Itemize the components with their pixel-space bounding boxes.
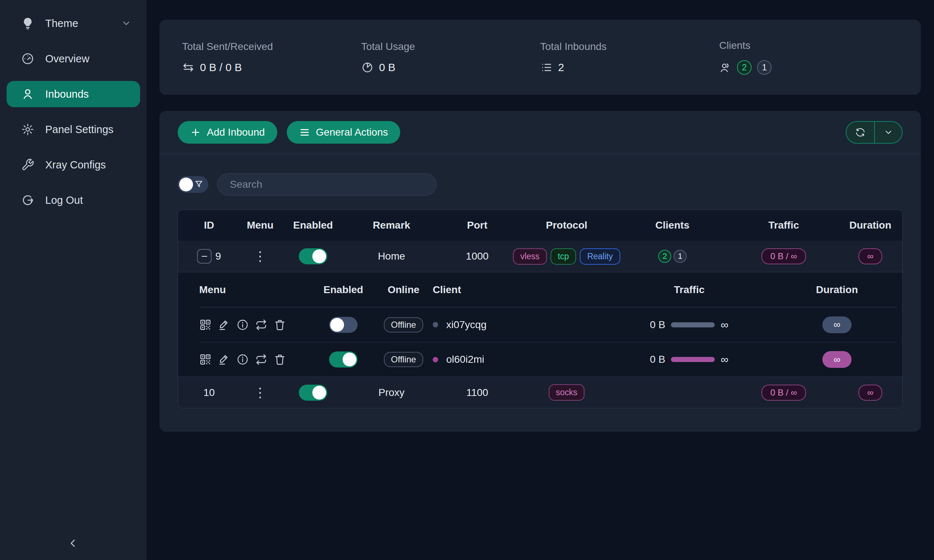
sidebar-collapse-button[interactable] [61, 532, 85, 554]
trash-icon[interactable] [274, 318, 286, 331]
info-icon[interactable] [236, 353, 249, 366]
filter-funnel-icon [194, 180, 203, 189]
column-header-enabled: Enabled [280, 220, 346, 231]
client-color-dot [433, 322, 438, 328]
qr-code-icon[interactable] [199, 318, 212, 331]
client-row: Offline ol60i2mi 0 B ∞ ∞ [199, 342, 897, 377]
filter-toggle[interactable] [178, 176, 208, 193]
table-header-row: ID Menu Enabled Remark Port Protocol Cli… [178, 210, 902, 241]
sidebar-item-panel-settings[interactable]: Panel Settings [6, 116, 140, 143]
row-menu-button[interactable]: ⋮ [254, 386, 267, 399]
subcolumn-header-duration: Duration [777, 284, 897, 296]
gear-icon [21, 123, 34, 136]
traffic-progress-bar [671, 357, 715, 362]
sidebar-item-inbounds[interactable]: Inbounds [6, 81, 140, 107]
row-id: 10 [203, 387, 214, 398]
column-header-duration: Duration [838, 220, 902, 231]
client-row: Offline xi07ycqg 0 B ∞ ∞ [199, 307, 897, 342]
refresh-icon [855, 127, 866, 138]
stat-value: 0 B / 0 B [200, 61, 242, 74]
column-header-port: Port [437, 220, 517, 231]
client-traffic-used: 0 B [650, 319, 665, 331]
row-menu-button[interactable]: ⋮ [254, 250, 267, 263]
row-duration-pill: ∞ [858, 385, 882, 401]
gauge-icon [21, 52, 34, 65]
trash-icon[interactable] [274, 353, 286, 366]
edit-pencil-icon[interactable] [218, 318, 230, 331]
column-header-menu: Menu [240, 220, 280, 231]
subcolumn-header-online: Online [375, 284, 433, 296]
sidebar-item-xray-configs[interactable]: Xray Configs [6, 152, 140, 178]
sidebar-item-overview[interactable]: Overview [6, 46, 140, 72]
table-row: 10 ⋮ Proxy 1100 socks 0 B / ∞ ∞ [178, 377, 902, 408]
reset-traffic-icon[interactable] [255, 353, 267, 366]
sidebar-item-label: Panel Settings [45, 124, 114, 135]
stat-label: Total Sent/Received [182, 41, 361, 52]
clients-online-badge: 2 [737, 60, 752, 75]
protocol-tag: vless [513, 248, 547, 265]
sidebar-item-logout[interactable]: Log Out [6, 187, 140, 213]
chevron-down-icon [121, 18, 131, 28]
client-enabled-toggle[interactable] [329, 351, 358, 368]
protocol-tag: Reality [580, 248, 620, 265]
lightbulb-icon [21, 17, 34, 30]
stat-total-usage: Total Usage 0 B [361, 41, 540, 74]
client-name: ol60i2mi [446, 354, 484, 365]
row-enabled-toggle[interactable] [299, 385, 327, 401]
info-icon[interactable] [236, 318, 249, 331]
table-row: − 9 ⋮ Home 1000 vless tcp Reality 2 [178, 241, 902, 272]
clients-subpanel: Menu Enabled Online Client Traffic Durat… [178, 272, 902, 377]
client-duration-pill: ∞ [822, 317, 852, 333]
row-traffic-pill: 0 B / ∞ [761, 248, 806, 264]
traffic-progress-bar [671, 322, 715, 328]
row-port: 1100 [437, 387, 517, 398]
plus-icon [190, 127, 201, 138]
user-icon [21, 88, 34, 101]
client-color-dot [433, 357, 438, 362]
row-remark: Proxy [346, 387, 437, 398]
column-header-remark: Remark [346, 220, 437, 231]
main-content: Total Sent/Received 0 B / 0 B Total Usag… [146, 0, 934, 560]
chevron-down-icon [884, 128, 893, 137]
qr-code-icon[interactable] [199, 353, 212, 366]
client-online-status: Offline [384, 317, 424, 332]
row-remark: Home [346, 251, 437, 262]
client-traffic-used: 0 B [650, 354, 665, 365]
pie-chart-icon [361, 61, 374, 74]
sidebar-item-label: Inbounds [45, 88, 89, 100]
row-collapse-button[interactable]: − [197, 249, 212, 264]
stat-total-sent-received: Total Sent/Received 0 B / 0 B [182, 41, 361, 74]
edit-pencil-icon[interactable] [218, 353, 230, 366]
refresh-dropdown-button[interactable] [874, 122, 902, 143]
add-inbound-button[interactable]: Add Inbound [178, 121, 277, 144]
transfer-arrows-icon [182, 61, 194, 74]
sidebar-item-theme[interactable]: Theme [6, 10, 140, 37]
column-header-clients: Clients [616, 220, 729, 231]
row-duration-pill: ∞ [858, 248, 882, 264]
row-enabled-toggle[interactable] [299, 248, 327, 264]
column-header-traffic: Traffic [729, 220, 838, 231]
row-id: 9 [215, 251, 221, 262]
subtable-header-row: Menu Enabled Online Client Traffic Durat… [199, 272, 897, 307]
clients-total-badge: 1 [757, 60, 772, 75]
wrench-icon [21, 158, 34, 171]
inbounds-panel: Add Inbound General Actions [159, 111, 921, 432]
toggle-knob [179, 178, 193, 191]
sidebar-item-label: Log Out [45, 194, 83, 206]
subcolumn-header-traffic: Traffic [602, 284, 777, 296]
sidebar-item-label: Theme [45, 17, 78, 29]
stats-card: Total Sent/Received 0 B / 0 B Total Usag… [159, 20, 921, 95]
refresh-button[interactable] [846, 122, 874, 143]
search-input[interactable] [217, 173, 437, 196]
general-actions-button[interactable]: General Actions [287, 121, 401, 144]
reset-traffic-icon[interactable] [255, 318, 267, 331]
toolbar: Add Inbound General Actions [159, 111, 921, 154]
client-online-status: Offline [384, 352, 424, 367]
client-enabled-toggle[interactable] [329, 317, 358, 333]
users-icon [719, 61, 732, 74]
subcolumn-header-menu: Menu [199, 284, 312, 296]
stat-clients: Clients 2 1 [719, 40, 898, 75]
stat-label: Clients [719, 40, 898, 51]
sidebar: Theme Overview Inbounds Panel Settings [0, 0, 146, 560]
refresh-button-group [846, 121, 903, 144]
